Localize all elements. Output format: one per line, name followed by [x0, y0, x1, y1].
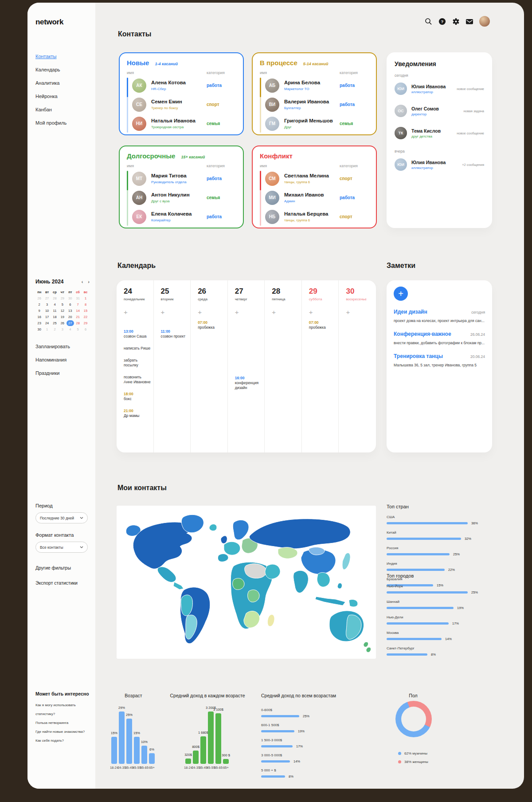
mini-calendar-day[interactable]: 22 — [82, 314, 89, 320]
add-event-button[interactable]: + — [346, 308, 351, 316]
calendar-day-30[interactable]: 30воскресенье+ — [339, 280, 376, 452]
search-icon[interactable] — [424, 17, 432, 25]
sidebar-item-4[interactable]: Канбан — [35, 103, 66, 116]
calendar-event[interactable]: 21:00Др мамы — [124, 409, 151, 418]
contact-row[interactable]: МТМария ТитоваРуководитель отделаработа — [132, 169, 236, 188]
notification-item[interactable]: ТКТема Кисловдруг детствановое сообщение — [395, 127, 484, 139]
mini-calendar-day[interactable]: 2 — [51, 326, 59, 332]
mail-icon[interactable] — [466, 17, 473, 25]
mini-calendar-day[interactable]: 29 — [82, 320, 89, 326]
calendar-event[interactable]: написать Рише — [124, 346, 151, 351]
notification-item[interactable]: ОСОлег Сомовдиректорновая задача — [395, 105, 484, 117]
contact-row[interactable]: ЕКЕлена КолачеваКопирайтерработа — [132, 207, 236, 226]
calendar-event[interactable]: позвонить Анне Ивановне — [124, 375, 151, 385]
mini-calendar-day[interactable]: 3 — [43, 302, 51, 307]
calendar-event[interactable]: 07:00пробежка — [198, 320, 225, 330]
mini-calendar-day[interactable]: 1 — [82, 295, 89, 301]
gear-icon[interactable] — [452, 17, 460, 25]
mini-calendar-day[interactable]: 28 — [74, 320, 82, 326]
sidebar-link-0[interactable]: Запланировать — [35, 340, 70, 353]
card-scroll-track[interactable] — [260, 171, 261, 226]
card-scroll-track[interactable] — [127, 78, 128, 133]
add-event-button[interactable]: + — [272, 308, 277, 316]
notification-item[interactable]: ЮИЮлия Ивановаиллюстратор+2 сообщения — [395, 158, 484, 171]
calendar-day-24[interactable]: 24понедельник+13:00созвон Сашанаписать Р… — [117, 280, 154, 452]
mini-calendar-day[interactable]: 9 — [35, 308, 43, 314]
mini-calendar-day[interactable]: 30 — [35, 326, 43, 332]
sidebar-item-5[interactable]: Мой профиль — [35, 116, 66, 130]
mini-calendar-day[interactable]: 23 — [35, 320, 43, 326]
contact-row[interactable]: АНАнтон НикулинДруг с вузасемья — [132, 188, 236, 207]
mini-calendar-day[interactable]: 4 — [51, 302, 59, 307]
calendar-day-26[interactable]: 26среда+07:00пробежка — [191, 280, 228, 452]
contact-row[interactable]: АКАлена КотоваHR-Сберработа — [132, 76, 236, 95]
mini-calendar-day[interactable]: 20 — [66, 314, 74, 320]
mini-calendar-day[interactable]: 28 — [51, 295, 59, 301]
sidebar-item-3[interactable]: Нейронка — [35, 90, 66, 103]
more-filters-link[interactable]: Другие фильтры — [35, 562, 90, 574]
add-event-button[interactable]: + — [309, 308, 314, 316]
add-event-button[interactable]: + — [161, 308, 166, 316]
contact-row[interactable]: ВИВалерия ИвановаБухгалтерработа — [265, 95, 369, 114]
mini-calendar-day[interactable]: 25 — [51, 320, 59, 326]
interesting-link-1[interactable]: Польза нетворкинга — [35, 719, 91, 727]
mini-calendar-day[interactable]: 12 — [59, 308, 66, 314]
note-item[interactable]: Идеи дизайнсегодняпроект дома на колесах… — [394, 309, 485, 323]
sidebar-item-0[interactable]: Контакты — [35, 50, 66, 63]
export-stats-link[interactable]: Экспорт статистики — [35, 577, 90, 589]
calendar-day-28[interactable]: 28пятница+ — [265, 280, 302, 452]
contact-row[interactable]: ГМГригорий МеньшовДругсемья — [265, 114, 369, 133]
mini-calendar-day[interactable]: 10 — [43, 308, 51, 314]
sidebar-link-2[interactable]: Праздники — [35, 366, 70, 380]
mini-calendar-day[interactable]: 30 — [66, 295, 74, 301]
period-select[interactable]: Последние 30 дней — [35, 512, 88, 523]
contact-row[interactable]: МИМихаил ИвановАдминработа — [265, 188, 369, 207]
mini-calendar-day[interactable]: 4 — [66, 326, 74, 332]
sidebar-link-1[interactable]: Напоминания — [35, 353, 70, 366]
mini-calendar-day[interactable]: 24 — [43, 320, 51, 326]
help-icon[interactable]: ? — [438, 17, 446, 25]
card-scroll-thumb[interactable] — [260, 78, 261, 97]
mini-calendar-day[interactable]: 5 — [59, 302, 66, 307]
card-scroll-thumb[interactable] — [127, 171, 128, 190]
add-event-button[interactable]: + — [235, 308, 240, 316]
user-avatar[interactable] — [479, 16, 490, 27]
interesting-link-3[interactable]: Как себя подать? — [35, 736, 91, 745]
add-note-button[interactable]: + — [394, 287, 408, 301]
card-scroll-track[interactable] — [127, 171, 128, 226]
note-item[interactable]: Тренировка танцы20.06.24Малышева 36, 5 з… — [394, 353, 485, 367]
calendar-event[interactable]: 11:00созвон проект — [161, 329, 188, 339]
prev-month-button[interactable]: ‹ — [82, 279, 83, 284]
contact-row[interactable]: СЕСемен ЕминТренер по боксуспорт — [132, 95, 236, 114]
add-event-button[interactable]: + — [198, 308, 203, 316]
card-scroll-thumb[interactable] — [127, 78, 128, 97]
contact-row[interactable]: НБНаталья Берцеватанцы, группа 6спорт — [265, 207, 369, 226]
add-event-button[interactable]: + — [124, 308, 129, 316]
note-item[interactable]: Конференция-важное26.06.24внести правки,… — [394, 331, 485, 345]
mini-calendar-day[interactable]: 13 — [66, 308, 74, 314]
calendar-day-25[interactable]: 25вторник+11:00созвон проект — [154, 280, 191, 452]
contact-format-select[interactable]: Все контакты — [35, 542, 88, 553]
contact-row[interactable]: АБАрина БеловаМаркетолог ТОработа — [265, 76, 369, 95]
notification-item[interactable]: ЮИЮлия Ивановаиллюстраторновое сообщение — [395, 83, 484, 95]
mini-calendar-day[interactable]: 6 — [82, 326, 89, 332]
mini-calendar-day[interactable]: 18 — [51, 314, 59, 320]
sidebar-item-2[interactable]: Аналитика — [35, 76, 66, 90]
calendar-event[interactable]: забрать посылку — [124, 358, 151, 368]
mini-calendar-day[interactable]: 2 — [35, 302, 43, 307]
calendar-day-27[interactable]: 27четверг+16:00конференция дизайн — [228, 280, 265, 452]
mini-calendar-day[interactable]: 27 — [66, 320, 74, 326]
mini-calendar-day[interactable]: 8 — [82, 302, 89, 307]
contact-row[interactable]: СМСветлана Мелинатанцы, группа 6спорт — [265, 169, 369, 188]
mini-calendar-day[interactable]: 14 — [74, 308, 82, 314]
mini-calendar-day[interactable]: 5 — [74, 326, 82, 332]
calendar-event[interactable]: 18:00бокс — [124, 392, 151, 401]
mini-calendar-day[interactable]: 6 — [66, 302, 74, 307]
card-scroll-thumb[interactable] — [260, 171, 261, 190]
mini-calendar-day[interactable]: 17 — [43, 314, 51, 320]
mini-calendar-day[interactable]: 3 — [59, 326, 66, 332]
next-month-button[interactable]: › — [88, 279, 90, 284]
calendar-event[interactable]: 13:00созвон Саша — [124, 329, 151, 339]
mini-calendar-day[interactable]: 31 — [74, 295, 82, 301]
mini-calendar-day[interactable]: 21 — [74, 314, 82, 320]
